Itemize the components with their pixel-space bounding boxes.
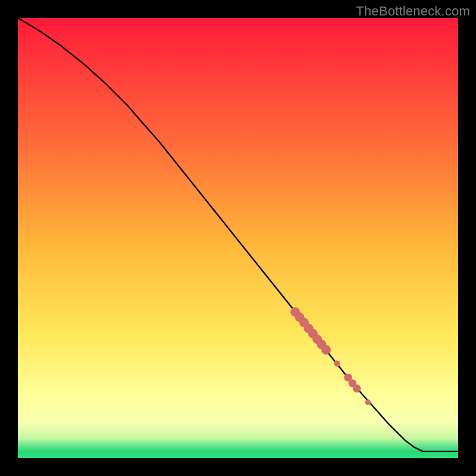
plot-area [18, 18, 458, 458]
gradient-background [18, 18, 458, 458]
watermark-text: TheBottleneck.com [356, 4, 470, 19]
data-marker [321, 345, 331, 355]
data-marker [365, 399, 371, 405]
chart-svg [18, 18, 458, 458]
data-marker [334, 361, 340, 367]
chart-frame: TheBottleneck.com [0, 0, 476, 476]
data-marker [353, 384, 361, 392]
